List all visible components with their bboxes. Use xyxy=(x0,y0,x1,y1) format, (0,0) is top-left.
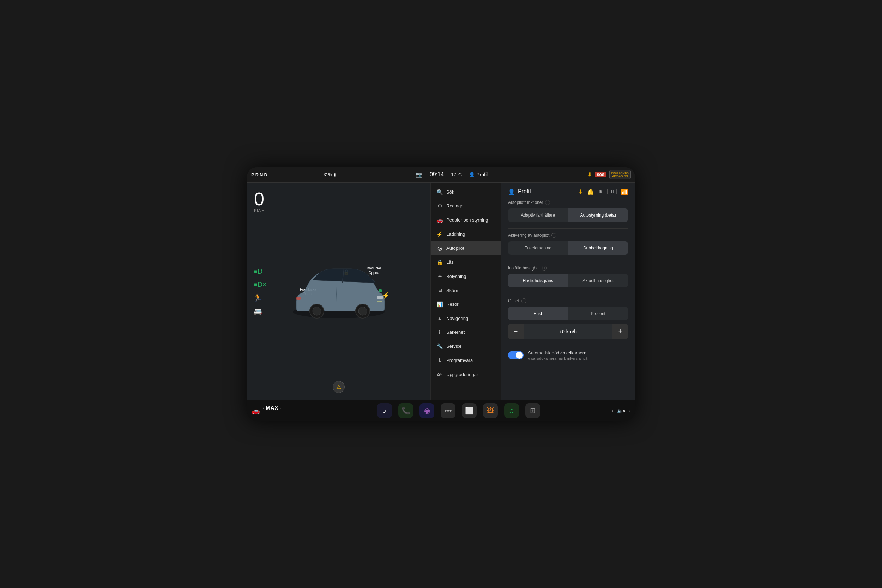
sos-badge[interactable]: SOS xyxy=(595,172,606,177)
aktuell-hastighet-button[interactable]: Aktuell hastighet xyxy=(568,274,628,288)
app-photos[interactable]: 🖼 xyxy=(483,403,498,418)
autostyrning-button[interactable]: Autostyrning (beta) xyxy=(568,208,628,222)
app-phone[interactable]: 📞 xyxy=(398,403,413,418)
dubbeldragning-button[interactable]: Dubbeldragning xyxy=(568,241,628,255)
sidebar-item-service[interactable]: 🔧 Service xyxy=(431,339,501,353)
hastighet-title: Inställd hastighet i xyxy=(508,266,628,270)
upgrade-icon: 🛍 xyxy=(436,371,443,377)
right-header-icons: ⬇ 🔔 ⁕ LTE 📶 xyxy=(578,188,628,195)
bottom-bar: 🚗 ‹ MAX › ~ ~ ♪ xyxy=(247,400,635,421)
autopilot-info-icon[interactable]: i xyxy=(545,200,550,205)
app-grid[interactable]: ⊞ xyxy=(525,403,540,418)
app-window[interactable]: ⬜ xyxy=(462,403,477,418)
aktivering-title: Aktivering av autopilot i xyxy=(508,233,628,238)
hastighet-info-icon[interactable]: i xyxy=(542,266,547,270)
sidebar-item-pedaler[interactable]: 🚗 Pedaler och styrning xyxy=(431,213,501,227)
blindspot-toggle-row: Automatisk dödvinkelkamera Visa sidokame… xyxy=(508,350,628,360)
menu-label-navigering: Navigering xyxy=(446,316,468,321)
hastighet-section: Inställd hastighet i Hastighetsgräns Akt… xyxy=(508,266,628,288)
sidebar-item-skarm[interactable]: 🖥 Skärm xyxy=(431,284,501,297)
top-bar-left: PRND 31% ▮ xyxy=(251,172,336,177)
prev-chevron[interactable]: ‹ xyxy=(263,406,264,411)
svg-point-5 xyxy=(358,307,367,315)
search-icon: 🔍 xyxy=(436,189,443,195)
right-title: 👤 Profil xyxy=(508,188,531,195)
camera-app-icon: ◉ xyxy=(424,406,430,415)
sidebar-item-navigering[interactable]: ▲ Navigering xyxy=(431,312,501,325)
lte-badge: LTE xyxy=(607,189,617,194)
car-container: Baklucka Öppna Framlucka Öppna 🔓 xyxy=(286,259,392,324)
sidebar-item-autopilot[interactable]: ◎ Autopilot xyxy=(431,241,501,255)
light-icon: ☀ xyxy=(436,273,443,280)
offset-stepper: − +0 km/h + xyxy=(508,324,628,339)
volume-icon[interactable]: 🔈× xyxy=(617,408,626,413)
warning-button[interactable]: ⚠ xyxy=(333,381,345,393)
offset-group: Fast Procent xyxy=(508,307,628,320)
adaptiv-button[interactable]: Adaptiv farthållare xyxy=(508,208,568,222)
menu-label-autopilot: Autopilot xyxy=(446,246,464,251)
ac-icon-2: ~ xyxy=(266,412,268,416)
autopilot-icon: ◎ xyxy=(436,245,443,252)
offset-section: Offset i Fast Procent − +0 km/h + xyxy=(508,298,628,339)
menu-label-las: Lås xyxy=(446,260,454,265)
fast-button[interactable]: Fast xyxy=(508,307,568,320)
autopilot-features-group: Adaptiv farthållare Autostyrning (beta) xyxy=(508,208,628,222)
blindspot-toggle[interactable] xyxy=(508,351,524,359)
aktivering-section: Aktivering av autopilot i Enkeldragning … xyxy=(508,233,628,255)
nav-icon: ▲ xyxy=(436,315,443,321)
sidebar-item-uppgraderingar[interactable]: 🛍 Uppgraderingar xyxy=(431,368,501,381)
top-bar: PRND 31% ▮ 📷 09:14 17°C 👤 Profil ⬇ SOS xyxy=(247,167,635,183)
aktivering-info-icon[interactable]: i xyxy=(551,233,556,238)
blindspot-sublabel: Visa sidokamera när blinkers är på xyxy=(528,356,587,360)
next-chevron[interactable]: › xyxy=(280,406,281,411)
svg-rect-7 xyxy=(377,300,382,302)
hastighetsgrans-button[interactable]: Hastighetsgräns xyxy=(508,274,568,288)
sidebar-item-laddning[interactable]: ⚡ Laddning xyxy=(431,227,501,241)
car-bottom-icon[interactable]: 🚗 xyxy=(251,406,260,415)
app-camera[interactable]: ◉ xyxy=(420,403,434,418)
procent-button[interactable]: Procent xyxy=(568,307,628,320)
sidebar-item-las[interactable]: 🔒 Lås xyxy=(431,255,501,270)
more-icon: ••• xyxy=(444,407,452,415)
svg-point-3 xyxy=(313,307,321,315)
nav-left-chevron[interactable]: ‹ xyxy=(612,407,614,414)
menu-label-belysning: Belysning xyxy=(446,274,466,279)
bluetooth-icon[interactable]: ⁕ xyxy=(598,188,603,195)
bottom-center: ♪ 📞 ◉ ••• ⬜ 🖼 ♫ xyxy=(322,403,596,418)
app-more[interactable]: ••• xyxy=(441,403,456,418)
menu-label-uppgraderingar: Uppgraderingar xyxy=(446,372,478,377)
search-item[interactable]: 🔍 Sök xyxy=(431,186,501,199)
menu-label-skarm: Skärm xyxy=(446,288,460,293)
sidebar-item-belysning[interactable]: ☀ Belysning xyxy=(431,270,501,284)
safety-icon: ℹ xyxy=(436,329,443,336)
menu-label-pedaler: Pedaler och styrning xyxy=(446,217,488,223)
top-bar-center: 📷 09:14 17°C 👤 Profil xyxy=(336,171,567,178)
grid-icon: ⊞ xyxy=(530,406,536,415)
car-icon: 🚗 xyxy=(436,217,443,223)
app-spotify[interactable]: ♫ xyxy=(504,403,519,418)
max-display: ‹ MAX › xyxy=(263,405,281,411)
offset-info-icon[interactable]: i xyxy=(522,298,526,303)
decrement-button[interactable]: − xyxy=(508,324,524,339)
nav-right-chevron[interactable]: › xyxy=(629,407,631,414)
ac-icons: ~ ~ xyxy=(263,412,281,416)
download-icon[interactable]: ⬇ xyxy=(587,171,592,178)
app-music[interactable]: ♪ xyxy=(377,403,392,418)
right-header: 👤 Profil ⬇ 🔔 ⁕ LTE 📶 xyxy=(508,188,628,195)
sidebar-item-resor[interactable]: 📊 Resor xyxy=(431,297,501,312)
sidebar-item-sakerhet[interactable]: ℹ Säkerhet xyxy=(431,325,501,339)
profile-button[interactable]: 👤 Profil xyxy=(469,172,488,177)
sidebar-item-reglage[interactable]: ⚙ Reglage xyxy=(431,199,501,213)
bell-icon[interactable]: 🔔 xyxy=(587,188,594,195)
speed-display: 0 KM/H xyxy=(254,190,265,213)
enkeldragning-button[interactable]: Enkeldragning xyxy=(508,241,568,255)
menu-label-programvara: Programvara xyxy=(446,358,473,363)
charging-icon: ⚡ xyxy=(382,291,390,299)
autopilot-features-section: Autopilotfunktioner i Adaptiv farthållar… xyxy=(508,200,628,222)
camera-icon[interactable]: 📷 xyxy=(416,171,423,178)
increment-button[interactable]: + xyxy=(612,324,628,339)
seatbelt-icon: 🏃 xyxy=(253,294,267,302)
sidebar-item-programvara[interactable]: ⬇ Programvara xyxy=(431,353,501,368)
screen: PRND 31% ▮ 📷 09:14 17°C 👤 Profil ⬇ SOS xyxy=(247,167,635,421)
download-icon-right[interactable]: ⬇ xyxy=(578,188,583,195)
